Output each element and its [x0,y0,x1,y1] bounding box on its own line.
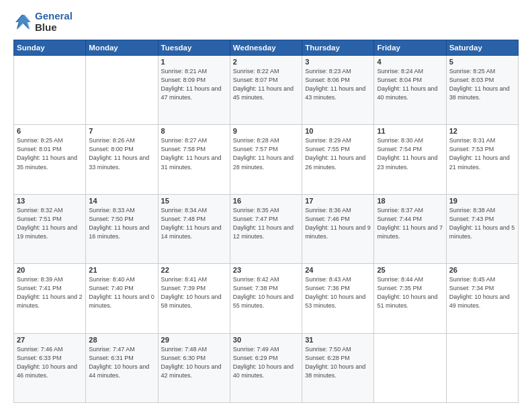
day-info: Sunrise: 8:32 AM Sunset: 7:51 PM Dayligh… [17,206,83,241]
day-number: 12 [449,127,515,135]
calendar-week-4: 27Sunrise: 7:46 AM Sunset: 6:33 PM Dayli… [14,333,519,402]
weekday-header-tuesday: Tuesday [158,40,230,56]
day-number: 23 [233,266,299,274]
day-number: 14 [89,197,154,205]
calendar-week-3: 20Sunrise: 8:39 AM Sunset: 7:41 PM Dayli… [14,264,519,333]
calendar-cell: 28Sunrise: 7:47 AM Sunset: 6:31 PM Dayli… [86,333,158,402]
weekday-row: SundayMondayTuesdayWednesdayThursdayFrid… [14,40,519,56]
calendar-cell: 18Sunrise: 8:37 AM Sunset: 7:44 PM Dayli… [374,194,446,263]
calendar-cell: 22Sunrise: 8:41 AM Sunset: 7:39 PM Dayli… [158,264,230,333]
calendar-cell: 5Sunrise: 8:25 AM Sunset: 8:03 PM Daylig… [446,56,518,125]
calendar-cell: 25Sunrise: 8:44 AM Sunset: 7:35 PM Dayli… [374,264,446,333]
calendar-cell: 10Sunrise: 8:29 AM Sunset: 7:55 PM Dayli… [302,125,374,194]
weekday-header-monday: Monday [86,40,158,56]
calendar-cell: 13Sunrise: 8:32 AM Sunset: 7:51 PM Dayli… [14,194,86,263]
calendar-cell: 19Sunrise: 8:38 AM Sunset: 7:43 PM Dayli… [446,194,518,263]
calendar-cell [446,333,518,402]
calendar-header: SundayMondayTuesdayWednesdayThursdayFrid… [14,40,519,56]
day-info: Sunrise: 8:24 AM Sunset: 8:04 PM Dayligh… [377,67,443,102]
calendar-cell: 2Sunrise: 8:22 AM Sunset: 8:07 PM Daylig… [230,56,302,125]
calendar-week-2: 13Sunrise: 8:32 AM Sunset: 7:51 PM Dayli… [14,194,519,263]
calendar-cell: 11Sunrise: 8:30 AM Sunset: 7:54 PM Dayli… [374,125,446,194]
day-number: 17 [305,197,371,205]
day-number: 20 [17,266,83,274]
day-info: Sunrise: 8:28 AM Sunset: 7:57 PM Dayligh… [233,136,299,171]
calendar-cell [86,56,158,125]
day-info: Sunrise: 8:30 AM Sunset: 7:54 PM Dayligh… [377,136,443,171]
calendar-cell: 29Sunrise: 7:48 AM Sunset: 6:30 PM Dayli… [158,333,230,402]
calendar-table: SundayMondayTuesdayWednesdayThursdayFrid… [13,40,519,403]
day-info: Sunrise: 7:48 AM Sunset: 6:30 PM Dayligh… [161,345,227,380]
day-info: Sunrise: 8:26 AM Sunset: 8:00 PM Dayligh… [89,136,154,171]
day-number: 8 [161,127,227,135]
day-info: Sunrise: 7:46 AM Sunset: 6:33 PM Dayligh… [17,345,83,380]
day-info: Sunrise: 7:47 AM Sunset: 6:31 PM Dayligh… [89,345,154,380]
day-info: Sunrise: 8:31 AM Sunset: 7:53 PM Dayligh… [449,136,515,171]
day-info: Sunrise: 8:40 AM Sunset: 7:40 PM Dayligh… [89,275,154,310]
calendar-cell: 6Sunrise: 8:25 AM Sunset: 8:01 PM Daylig… [14,125,86,194]
day-info: Sunrise: 8:34 AM Sunset: 7:48 PM Dayligh… [161,206,227,241]
day-number: 18 [377,197,443,205]
calendar-cell: 7Sunrise: 8:26 AM Sunset: 8:00 PM Daylig… [86,125,158,194]
day-number: 2 [233,58,299,66]
day-number: 5 [449,58,515,66]
day-info: Sunrise: 8:42 AM Sunset: 7:38 PM Dayligh… [233,275,299,310]
calendar-cell: 9Sunrise: 8:28 AM Sunset: 7:57 PM Daylig… [230,125,302,194]
day-info: Sunrise: 8:37 AM Sunset: 7:44 PM Dayligh… [377,206,443,241]
day-number: 9 [233,127,299,135]
day-info: Sunrise: 8:21 AM Sunset: 8:09 PM Dayligh… [161,67,227,102]
day-number: 6 [17,127,83,135]
calendar-cell: 3Sunrise: 8:23 AM Sunset: 8:06 PM Daylig… [302,56,374,125]
logo-icon [13,13,32,32]
weekday-header-wednesday: Wednesday [230,40,302,56]
day-number: 25 [377,266,443,274]
day-number: 19 [449,197,515,205]
header: General Blue [13,11,519,33]
logo-text: General Blue [35,11,73,33]
day-info: Sunrise: 8:45 AM Sunset: 7:34 PM Dayligh… [449,275,515,310]
day-number: 16 [233,197,299,205]
day-number: 27 [17,336,83,344]
day-number: 3 [305,58,371,66]
calendar-cell: 26Sunrise: 8:45 AM Sunset: 7:34 PM Dayli… [446,264,518,333]
day-number: 10 [305,127,371,135]
calendar-cell: 27Sunrise: 7:46 AM Sunset: 6:33 PM Dayli… [14,333,86,402]
calendar-cell: 21Sunrise: 8:40 AM Sunset: 7:40 PM Dayli… [86,264,158,333]
day-number: 15 [161,197,227,205]
day-info: Sunrise: 8:38 AM Sunset: 7:43 PM Dayligh… [449,206,515,241]
day-info: Sunrise: 8:35 AM Sunset: 7:47 PM Dayligh… [233,206,299,241]
day-info: Sunrise: 7:50 AM Sunset: 6:28 PM Dayligh… [305,345,371,380]
weekday-header-thursday: Thursday [302,40,374,56]
day-info: Sunrise: 8:27 AM Sunset: 7:58 PM Dayligh… [161,136,227,171]
calendar-cell [14,56,86,125]
page: General Blue SundayMondayTuesdayWednesda… [0,0,532,411]
day-info: Sunrise: 8:25 AM Sunset: 8:01 PM Dayligh… [17,136,83,171]
day-info: Sunrise: 8:22 AM Sunset: 8:07 PM Dayligh… [233,67,299,102]
day-info: Sunrise: 7:49 AM Sunset: 6:29 PM Dayligh… [233,345,299,380]
calendar-cell: 24Sunrise: 8:43 AM Sunset: 7:36 PM Dayli… [302,264,374,333]
day-info: Sunrise: 8:44 AM Sunset: 7:35 PM Dayligh… [377,275,443,310]
day-number: 24 [305,266,371,274]
day-number: 1 [161,58,227,66]
calendar-cell: 17Sunrise: 8:36 AM Sunset: 7:46 PM Dayli… [302,194,374,263]
calendar-cell: 20Sunrise: 8:39 AM Sunset: 7:41 PM Dayli… [14,264,86,333]
logo: General Blue [13,11,73,33]
day-info: Sunrise: 8:39 AM Sunset: 7:41 PM Dayligh… [17,275,83,310]
calendar-cell: 15Sunrise: 8:34 AM Sunset: 7:48 PM Dayli… [158,194,230,263]
calendar-cell: 30Sunrise: 7:49 AM Sunset: 6:29 PM Dayli… [230,333,302,402]
day-info: Sunrise: 8:33 AM Sunset: 7:50 PM Dayligh… [89,206,154,241]
calendar-cell: 16Sunrise: 8:35 AM Sunset: 7:47 PM Dayli… [230,194,302,263]
calendar-cell: 8Sunrise: 8:27 AM Sunset: 7:58 PM Daylig… [158,125,230,194]
day-number: 4 [377,58,443,66]
day-number: 28 [89,336,154,344]
calendar-cell: 31Sunrise: 7:50 AM Sunset: 6:28 PM Dayli… [302,333,374,402]
day-number: 7 [89,127,154,135]
calendar-week-0: 1Sunrise: 8:21 AM Sunset: 8:09 PM Daylig… [14,56,519,125]
weekday-header-sunday: Sunday [14,40,86,56]
calendar-cell: 23Sunrise: 8:42 AM Sunset: 7:38 PM Dayli… [230,264,302,333]
calendar-cell: 12Sunrise: 8:31 AM Sunset: 7:53 PM Dayli… [446,125,518,194]
day-info: Sunrise: 8:36 AM Sunset: 7:46 PM Dayligh… [305,206,371,241]
day-number: 11 [377,127,443,135]
svg-marker-1 [17,15,32,30]
calendar-body: 1Sunrise: 8:21 AM Sunset: 8:09 PM Daylig… [14,56,519,403]
